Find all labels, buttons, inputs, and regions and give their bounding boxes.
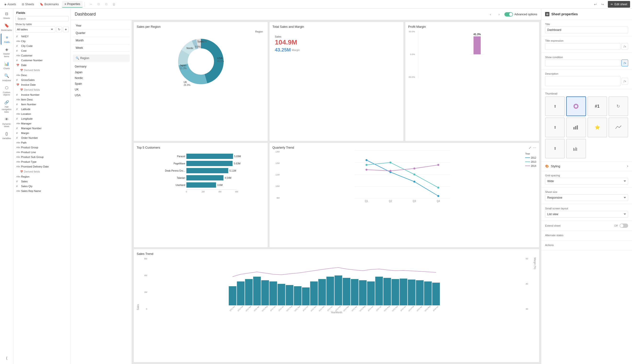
region-usa[interactable]: USA xyxy=(71,92,132,98)
field-item[interactable]: #Item Number xyxy=(14,102,70,107)
delete-button[interactable]: 🗑 xyxy=(110,1,117,8)
sidebar-item-dynamic-views[interactable]: 👁 Dynamic views xyxy=(1,115,13,130)
thumb-upload2[interactable]: ⬆ xyxy=(545,118,565,137)
show-condition-input[interactable] xyxy=(545,60,620,66)
field-item[interactable]: AbcPath xyxy=(14,140,70,145)
field-item[interactable]: AbcItem Desc xyxy=(14,97,70,102)
sidebar-item-variables[interactable]: {} Variables xyxy=(1,130,13,141)
sidebar-item-charts[interactable]: 📊 Charts xyxy=(1,60,13,71)
add-field-button[interactable]: + xyxy=(63,26,69,32)
thumb-bar[interactable] xyxy=(566,118,586,137)
region-spain[interactable]: Spain xyxy=(71,81,132,87)
derived-field-item[interactable]: 📅Derived fields xyxy=(20,170,68,174)
paste-button[interactable]: ⧉ xyxy=(103,1,110,8)
region-filter-search[interactable]: 🔍 Region xyxy=(73,54,130,62)
tab-sheets[interactable]: ⊟ Sheets xyxy=(20,1,36,8)
advanced-options-toggle[interactable] xyxy=(504,12,513,16)
field-item[interactable]: 📅Date xyxy=(14,63,70,68)
nav-next-button[interactable]: › xyxy=(496,11,502,18)
region-japan[interactable]: Japan xyxy=(71,70,132,75)
thumb-star[interactable]: ⭐ xyxy=(588,118,607,137)
field-item[interactable]: AbcProduct Line xyxy=(14,150,70,154)
region-germany[interactable]: Germany xyxy=(71,64,132,70)
field-item[interactable]: AbcRegion xyxy=(14,174,70,179)
tab-properties[interactable]: ≡ Properties xyxy=(62,1,82,8)
field-item[interactable]: AbcManager xyxy=(14,121,70,126)
field-item[interactable]: AbcProduct Type xyxy=(14,160,70,164)
field-item[interactable]: AbcCustomer xyxy=(14,53,70,58)
field-item[interactable]: #Latitude xyxy=(14,107,70,112)
field-item[interactable]: AbcDesc xyxy=(14,73,70,78)
field-item[interactable]: #Sales xyxy=(14,179,70,184)
svg-text:2012-Nov: 2012-Nov xyxy=(310,305,317,312)
title-expression-input[interactable] xyxy=(545,43,620,50)
filter-week[interactable]: Week xyxy=(73,44,130,52)
more-button[interactable]: ⋯ xyxy=(533,146,536,150)
extend-sheet-toggle[interactable] xyxy=(620,224,628,228)
field-item[interactable]: AbcCity xyxy=(14,39,70,44)
field-item[interactable]: AbcProduct Group xyxy=(14,145,70,150)
sidebar-item-sheets[interactable]: ⊟ Sheets xyxy=(1,10,13,21)
sidebar-item-master-items[interactable]: ◈ Master items xyxy=(1,45,13,59)
sidebar-item-fields[interactable]: ≡ Fields xyxy=(1,34,13,45)
collapse-sidebar-button[interactable]: ⟨ xyxy=(1,354,13,362)
sheet-size-select[interactable]: Responsive Custom xyxy=(545,194,628,201)
field-item[interactable]: #Invoice Number xyxy=(14,92,70,97)
small-screen-select[interactable]: List view Grid view xyxy=(545,211,628,218)
region-uk[interactable]: UK xyxy=(71,87,132,92)
sidebar-item-bookmarks[interactable]: 🔖 Bookmarks xyxy=(1,22,13,33)
grid-spacing-select[interactable]: Wide Medium Narrow xyxy=(545,178,628,184)
region-nordic[interactable]: Nordic xyxy=(71,75,132,81)
derived-field-item[interactable]: 📅Derived fields xyxy=(20,68,68,72)
search-input[interactable] xyxy=(15,16,69,21)
nav-prev-button[interactable]: ‹ xyxy=(487,11,494,18)
tab-assets[interactable]: ◈ Assets xyxy=(2,1,18,8)
description-textarea[interactable] xyxy=(545,76,620,86)
field-item[interactable]: 📅Invoice Date xyxy=(14,82,70,87)
field-item[interactable]: AbcProduct Sub Group xyxy=(14,154,70,160)
sidebar-item-analyses[interactable]: 🔍 Analyses xyxy=(1,72,13,83)
edit-sheet-button[interactable]: ✏ Edit sheet xyxy=(608,1,630,8)
redo-button[interactable]: ↪ xyxy=(599,1,606,8)
thumb-refresh[interactable]: ↻ xyxy=(608,96,628,116)
svg-point-48 xyxy=(366,164,368,166)
field-item[interactable]: AbcLocation xyxy=(14,112,70,116)
sidebar-item-custom-objects[interactable]: ⬡ Custom objects xyxy=(1,84,13,98)
field-item[interactable]: #City Code xyxy=(14,44,70,48)
thumb-donut[interactable] xyxy=(566,96,586,116)
field-item[interactable]: #Longitude xyxy=(14,116,70,121)
field-item[interactable]: AbcSales Rep Name xyxy=(14,188,70,193)
field-item[interactable]: #%KEY xyxy=(14,34,70,39)
filter-year[interactable]: Year xyxy=(73,22,130,30)
cut-button[interactable]: ✂ xyxy=(88,1,94,8)
copy-button[interactable]: ⧉ xyxy=(95,1,102,8)
field-item[interactable]: #Cost xyxy=(14,48,70,53)
styling-header[interactable]: 🎨 Styling › xyxy=(541,162,632,171)
derived-field-item[interactable]: 📅Derived fields xyxy=(20,88,68,92)
field-item[interactable]: #Margin xyxy=(14,131,70,136)
expand-button[interactable]: ⤢ xyxy=(528,146,532,150)
title-input[interactable] xyxy=(545,26,628,33)
thumb-upload[interactable]: ⬆ xyxy=(545,96,565,116)
svg-text:2013-Feb: 2013-Feb xyxy=(335,305,341,312)
thumb-grouped-bar[interactable] xyxy=(566,139,586,158)
description-fx-button[interactable]: ƒx xyxy=(622,78,628,84)
filter-month[interactable]: Month xyxy=(73,37,130,44)
thumb-hash[interactable]: #1 xyxy=(588,96,607,116)
tab-bookmarks[interactable]: 🔖 Bookmarks xyxy=(37,1,61,8)
field-item[interactable]: AbcPromised Delivery Date xyxy=(14,164,70,169)
title-expression-fx-button[interactable]: ƒx xyxy=(622,43,628,50)
field-item[interactable]: #GrossSales xyxy=(14,78,70,82)
field-item[interactable]: #Customer Number xyxy=(14,58,70,63)
refresh-button[interactable]: ↻ xyxy=(56,26,62,32)
field-item[interactable]: #Sales Qty xyxy=(14,184,70,188)
field-item[interactable]: #Order Number xyxy=(14,136,70,140)
field-item[interactable]: #Manager Number xyxy=(14,126,70,131)
table-select[interactable]: All tables xyxy=(15,26,55,32)
sidebar-item-app-nav[interactable]: 🔗 App navigation links xyxy=(1,98,13,115)
undo-button[interactable]: ↩ xyxy=(592,1,599,8)
filter-quarter[interactable]: Quarter xyxy=(73,30,130,37)
show-condition-fx-button[interactable]: ƒx xyxy=(622,60,628,66)
thumb-upload3[interactable]: ⬆ xyxy=(545,139,565,158)
thumb-line[interactable] xyxy=(608,118,628,137)
